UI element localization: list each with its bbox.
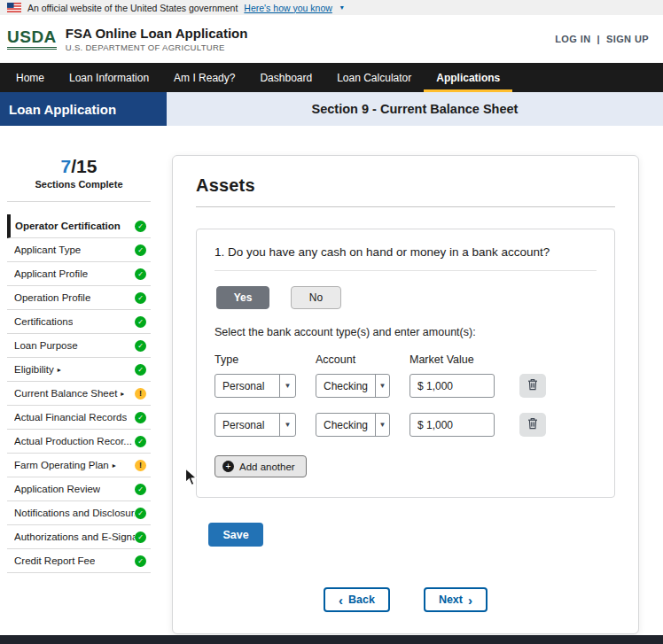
add-another-button[interactable]: + Add another	[214, 455, 307, 477]
sidebar-item-applicant-profile[interactable]: Applicant Profile	[7, 262, 151, 286]
auth-divider: |	[597, 34, 599, 44]
how-you-know-link[interactable]: Here's how you know	[244, 3, 332, 13]
heading-divider	[196, 206, 615, 207]
expand-caret-icon: ▸	[121, 390, 124, 398]
sidebar-list: Operator Certification Applicant Type Ap…	[7, 214, 151, 573]
section-bar: Loan Application Section 9 - Current Bal…	[0, 92, 663, 126]
status-complete-icon	[135, 412, 146, 423]
page-title: Assets	[196, 175, 615, 196]
status-complete-icon	[135, 555, 146, 567]
nav-item-am-i-ready[interactable]: Am I Ready?	[161, 63, 247, 92]
status-complete-icon	[135, 268, 146, 280]
instruction-text: Select the bank account type(s) and ente…	[214, 326, 597, 338]
market-value-input[interactable]	[410, 413, 495, 437]
yes-no-group: Yes No	[216, 286, 597, 309]
sign-up-link[interactable]: SIGN UP	[606, 34, 649, 44]
sidebar: 7/15 Sections Complete Operator Certific…	[7, 126, 151, 573]
status-complete-icon	[135, 244, 146, 256]
delete-row-button[interactable]	[519, 413, 546, 437]
pagination-buttons: ‹ Back Next ›	[196, 587, 615, 612]
trash-icon	[527, 378, 538, 393]
title-block: FSA Online Loan Application U.S. DEPARTM…	[66, 26, 248, 52]
status-complete-icon	[135, 484, 146, 495]
chevron-left-icon: ‹	[339, 594, 343, 607]
gov-banner: An official website of the United States…	[0, 0, 663, 15]
progress-count: 7/15	[7, 156, 151, 177]
assets-card: Assets 1. Do you have any cash on hand o…	[172, 155, 639, 634]
chevron-down-icon: ▼	[279, 375, 295, 397]
sidebar-divider	[7, 201, 151, 202]
content: 7/15 Sections Complete Operator Certific…	[0, 126, 663, 635]
status-complete-icon	[135, 508, 146, 519]
column-headers: Type Account Market Value	[214, 353, 597, 366]
sidebar-item-applicant-type[interactable]: Applicant Type	[7, 238, 151, 262]
status-complete-icon	[135, 221, 146, 232]
col-header-account: Account	[316, 353, 390, 366]
account-select[interactable]: Checking ▼	[316, 413, 390, 437]
back-button[interactable]: ‹ Back	[324, 587, 390, 612]
progress-label: Sections Complete	[7, 179, 151, 190]
type-select[interactable]: Personal ▼	[214, 374, 296, 398]
sidebar-item-loan-purpose[interactable]: Loan Purpose	[7, 334, 151, 358]
sidebar-item-application-review[interactable]: Application Review	[7, 477, 151, 501]
sidebar-item-current-balance-sheet[interactable]: Current Balance Sheet▸	[7, 382, 151, 406]
footer-strip	[0, 635, 663, 644]
status-complete-icon	[135, 436, 146, 447]
site-header: USDA FSA Online Loan Application U.S. DE…	[0, 15, 663, 63]
sidebar-item-actual-production-records[interactable]: Actual Production Recor...	[7, 430, 151, 454]
yes-button[interactable]: Yes	[216, 286, 269, 309]
col-header-type: Type	[214, 353, 296, 366]
question-panel: 1. Do you have any cash on hand or money…	[196, 229, 615, 498]
site-title: FSA Online Loan Application	[66, 26, 248, 41]
expand-caret-icon: ▸	[113, 462, 116, 469]
plus-icon: +	[222, 461, 234, 472]
status-warning-icon	[135, 460, 146, 471]
nav-item-dashboard[interactable]: Dashboard	[247, 63, 324, 92]
page: An official website of the United States…	[0, 0, 663, 644]
col-header-market-value: Market Value	[410, 353, 495, 366]
type-select[interactable]: Personal ▼	[214, 413, 296, 437]
market-value-input[interactable]	[410, 374, 495, 398]
chevron-right-icon: ›	[468, 594, 472, 607]
question-text: 1. Do you have any cash on hand or money…	[214, 245, 597, 271]
bank-account-row: Personal ▼ Checking ▼	[214, 413, 597, 437]
sidebar-item-certifications[interactable]: Certifications	[7, 310, 151, 334]
site-subtitle: U.S. DEPARTMENT OF AGRICULTURE	[66, 43, 248, 52]
sidebar-item-authorizations-esignature[interactable]: Authorizations and E-Signa...	[7, 525, 151, 549]
gov-banner-text: An official website of the United States…	[27, 3, 238, 13]
sidebar-item-eligibility[interactable]: Eligibility▸	[7, 358, 151, 382]
main-nav: Home Loan Information Am I Ready? Dashbo…	[0, 63, 663, 92]
sidebar-item-farm-operating-plan[interactable]: Farm Operating Plan▸	[7, 454, 151, 477]
progress-current: 7	[61, 156, 72, 176]
nav-item-loan-calculator[interactable]: Loan Calculator	[324, 63, 424, 92]
status-complete-icon	[135, 531, 146, 543]
no-button[interactable]: No	[291, 286, 341, 309]
app-title: Loan Application	[0, 92, 167, 126]
sidebar-item-notifications-disclosures[interactable]: Notifications and Disclosur...	[7, 501, 151, 525]
chevron-down-icon: ▼	[375, 414, 389, 436]
nav-item-home[interactable]: Home	[4, 63, 57, 92]
status-complete-icon	[135, 340, 146, 352]
delete-row-button[interactable]	[519, 374, 546, 398]
status-warning-icon	[135, 388, 146, 400]
us-flag-icon	[7, 3, 21, 12]
account-select[interactable]: Checking ▼	[316, 374, 390, 398]
trash-icon	[527, 417, 538, 432]
log-in-link[interactable]: LOG IN	[555, 34, 590, 44]
status-complete-icon	[135, 364, 146, 376]
next-button[interactable]: Next ›	[424, 587, 488, 612]
sidebar-item-actual-financial-records[interactable]: Actual Financial Records	[7, 406, 151, 430]
auth-links: LOG IN | SIGN UP	[555, 34, 649, 44]
chevron-down-icon: ▼	[279, 414, 295, 436]
chevron-down-icon: ▾	[340, 4, 344, 12]
sidebar-item-credit-report-fee[interactable]: Credit Report Fee	[7, 549, 151, 573]
nav-item-loan-information[interactable]: Loan Information	[57, 63, 161, 92]
usda-logo: USDA	[7, 28, 57, 50]
sidebar-item-operator-certification[interactable]: Operator Certification	[7, 214, 151, 238]
status-complete-icon	[135, 316, 146, 328]
save-button[interactable]: Save	[208, 523, 263, 547]
bank-account-row: Personal ▼ Checking ▼	[214, 374, 597, 398]
sidebar-item-operation-profile[interactable]: Operation Profile	[7, 286, 151, 310]
nav-item-applications[interactable]: Applications	[424, 63, 512, 92]
chevron-down-icon: ▼	[375, 375, 389, 397]
